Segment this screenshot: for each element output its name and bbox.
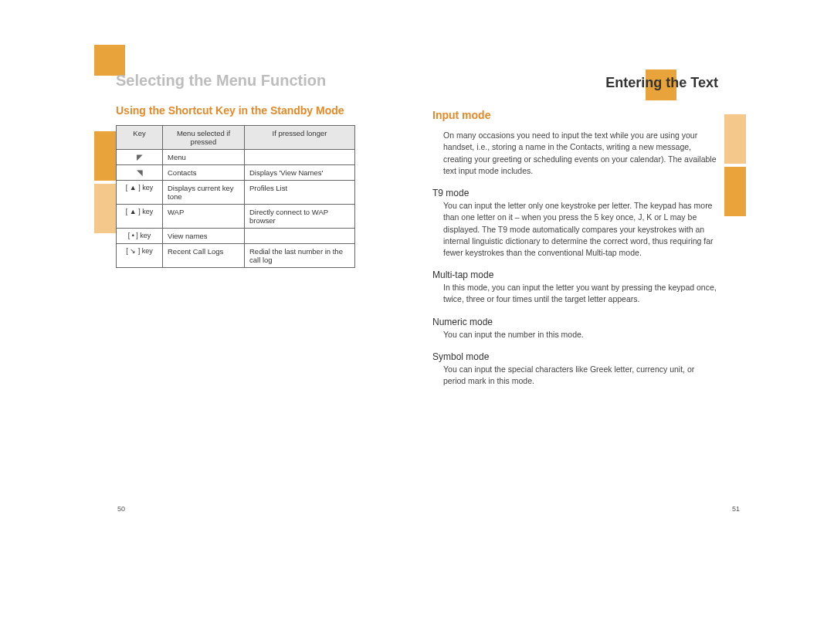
cell-long: Directly connect to WAP browser xyxy=(245,205,355,229)
cell-menu: Menu xyxy=(163,150,245,165)
page-spread: Selecting the Menu Function Using the Sh… xyxy=(93,42,741,387)
cell-key: ◥ xyxy=(117,165,163,181)
mode-heading: Multi-tap mode xyxy=(432,269,718,280)
th-long: If pressed longer xyxy=(245,126,355,150)
cell-key: ◤ xyxy=(117,150,163,165)
cell-key: [ ▲ ] key xyxy=(117,181,163,205)
cell-menu: Contacts xyxy=(163,165,245,181)
th-key: Key xyxy=(117,126,163,150)
mode-body: You can input the letter only one keystr… xyxy=(443,200,718,259)
intro-paragraph: On many occasions you need to input the … xyxy=(443,130,718,177)
cell-key: [ • ] key xyxy=(117,229,163,244)
table-row: [ ▲ ] key Displays current key tone Prof… xyxy=(117,181,355,205)
cell-long: Profiles List xyxy=(245,181,355,205)
cell-key: [ ↘ ] key xyxy=(117,244,163,268)
softkey-icon: ◥ xyxy=(137,168,143,177)
chapter-title-left: Selecting the Menu Function xyxy=(116,72,402,90)
table-row: ◥ Contacts Displays 'View Names' xyxy=(117,165,355,181)
cell-menu: Recent Call Logs xyxy=(163,244,245,268)
page-number-left: 50 xyxy=(117,505,125,513)
section-heading-left: Using the Shortcut Key in the Standby Mo… xyxy=(116,103,402,117)
table-row: [ ↘ ] key Recent Call Logs Redial the la… xyxy=(117,244,355,268)
cell-long: Displays 'View Names' xyxy=(245,165,355,181)
table-row: ◤ Menu xyxy=(117,150,355,165)
mode-body: In this mode, you can input the letter y… xyxy=(443,282,718,305)
mode-heading: T9 mode xyxy=(432,188,718,198)
table-row: [ ▲ ] key WAP Directly connect to WAP br… xyxy=(117,205,355,229)
left-page: Selecting the Menu Function Using the Sh… xyxy=(93,42,417,387)
softkey-icon: ◤ xyxy=(137,153,143,161)
cell-menu: View names xyxy=(163,229,245,244)
chapter-title-right: Entering the Text xyxy=(432,75,718,91)
cell-menu: Displays current key tone xyxy=(163,181,245,205)
cell-long: Redial the last number in the call log xyxy=(245,244,355,268)
mode-body: You can input the number in this mode. xyxy=(443,329,718,341)
cell-menu: WAP xyxy=(163,205,245,229)
mode-heading: Symbol mode xyxy=(432,351,718,362)
cell-key: [ ▲ ] key xyxy=(117,205,163,229)
th-menu: Menu selected if pressed xyxy=(163,126,245,150)
cell-long xyxy=(245,150,355,165)
right-page: Entering the Text Input mode On many occ… xyxy=(417,42,741,387)
cell-long xyxy=(245,229,355,244)
shortcut-key-table: Key Menu selected if pressed If pressed … xyxy=(116,125,355,268)
section-heading-right: Input mode xyxy=(432,108,718,122)
mode-body: You can input the special characters lik… xyxy=(443,364,718,387)
page-number-right: 51 xyxy=(732,505,740,513)
mode-heading: Numeric mode xyxy=(432,317,718,327)
table-row: [ • ] key View names xyxy=(117,229,355,244)
